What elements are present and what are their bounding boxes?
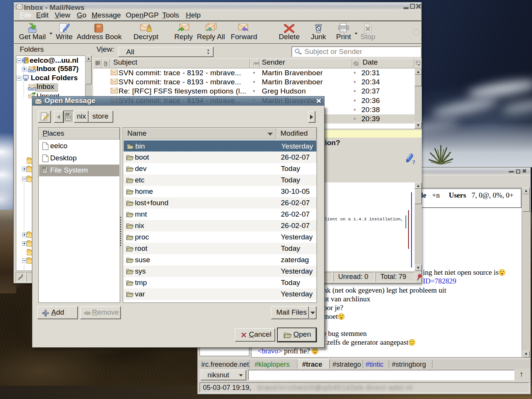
svg-text:?: ? xyxy=(412,159,415,165)
